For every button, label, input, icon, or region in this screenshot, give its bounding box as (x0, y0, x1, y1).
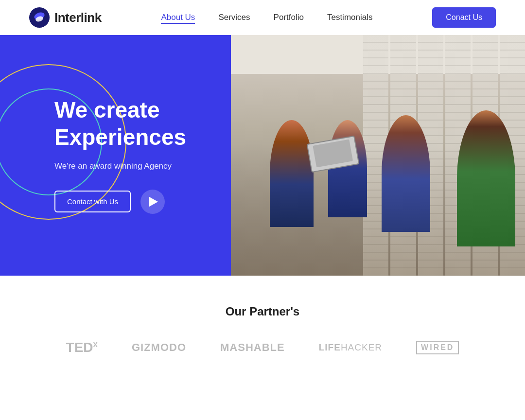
hero-actions: Contact with Us (54, 190, 229, 214)
nav-item-testimonials[interactable]: Testimonials (327, 13, 373, 22)
navbar: Interlink About Us Services Portfolio Te… (0, 0, 525, 35)
person-silhouette-3 (382, 115, 430, 232)
nav-item-about[interactable]: About Us (161, 13, 195, 22)
nav-item-portfolio[interactable]: Portfolio (274, 13, 304, 22)
office-simulation (231, 35, 525, 276)
person-silhouette-1 (270, 120, 314, 227)
nav-links: About Us Services Portfolio Testimonials (161, 13, 372, 22)
contact-with-us-button[interactable]: Contact with Us (54, 191, 131, 212)
partner-wired: WIRED (416, 341, 459, 354)
hero-section: We create Experiences We're an award win… (0, 35, 525, 276)
hero-subtitle: We're an award winning Agency (54, 161, 229, 171)
nav-item-services[interactable]: Services (218, 13, 250, 22)
partners-title: Our Partner's (29, 305, 496, 318)
partner-tedx: TEDX (66, 340, 98, 355)
hero-content: We create Experiences We're an award win… (54, 35, 229, 276)
play-icon (149, 197, 158, 207)
logo-icon (29, 7, 50, 28)
partners-section: Our Partner's TEDX GIZMODO Mashable life… (0, 276, 525, 375)
partner-lifehacker: lifehacker (319, 342, 382, 353)
partners-logos: TEDX GIZMODO Mashable lifehacker WIRED (29, 340, 496, 355)
hero-title: We create Experiences (54, 97, 229, 150)
contact-us-button[interactable]: Conact Us (432, 7, 496, 28)
person-silhouette-4 (457, 110, 515, 246)
partner-gizmodo: GIZMODO (132, 341, 186, 354)
hero-office-photo (231, 35, 525, 276)
brand-name: Interlink (54, 10, 102, 25)
logo[interactable]: Interlink (29, 7, 102, 28)
partner-mashable: Mashable (220, 341, 285, 354)
play-button[interactable] (140, 190, 165, 214)
